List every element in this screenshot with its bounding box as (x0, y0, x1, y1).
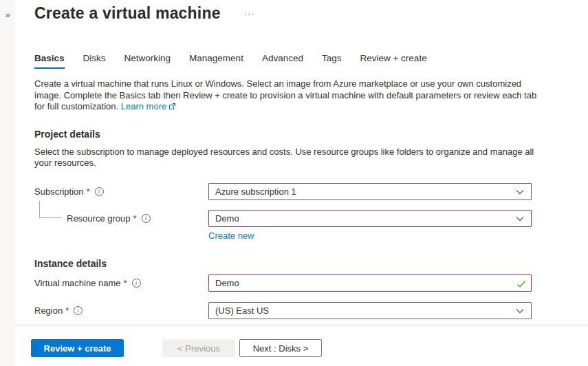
vm-name-input[interactable] (208, 274, 532, 292)
info-icon[interactable]: i (74, 306, 83, 315)
tab-disks[interactable]: Disks (83, 53, 106, 69)
region-value: (US) East US (215, 305, 269, 316)
project-details-form: Subscription * i Azure subscription 1 Re… (34, 183, 569, 241)
instance-details-form: Virtual machine name * i Region * i (US)… (34, 274, 569, 319)
instance-details-heading: Instance details (34, 258, 569, 269)
vm-name-label-cell: Virtual machine name * i (34, 278, 208, 288)
required-marker: * (65, 305, 69, 316)
subscription-value: Azure subscription 1 (215, 186, 296, 197)
required-marker: * (124, 278, 127, 288)
info-icon[interactable]: i (95, 187, 104, 196)
vm-name-label: Virtual machine name (34, 278, 121, 288)
tab-review-create[interactable]: Review + create (360, 53, 426, 69)
intro-text-body: Create a virtual machine that runs Linux… (34, 78, 536, 111)
review-create-button[interactable]: Review + create (31, 339, 124, 357)
previous-button[interactable]: < Previous (162, 339, 235, 357)
chevron-down-icon (516, 305, 524, 316)
external-link-icon (168, 102, 176, 114)
resource-group-value: Demo (215, 213, 239, 224)
region-label: Region (34, 305, 63, 316)
valid-check-icon (516, 279, 526, 291)
subscription-label: Subscription (34, 186, 84, 197)
vm-name-row: Virtual machine name * i (34, 274, 569, 292)
info-icon[interactable]: i (142, 214, 151, 223)
create-new-row: Create new (208, 230, 569, 241)
region-row: Region * i (US) East US (34, 302, 569, 319)
next-disks-button[interactable]: Next : Disks > (239, 339, 322, 357)
project-details-description: Select the subscription to manage deploy… (34, 147, 549, 169)
wizard-footer: Review + create < Previous Next : Disks … (15, 325, 588, 366)
collapsed-sidebar: » (0, 0, 15, 366)
info-icon[interactable]: i (132, 279, 141, 288)
create-vm-blade: Create a virtual machine ··· Basics Disk… (15, 0, 588, 366)
subscription-row: Subscription * i Azure subscription 1 (34, 183, 569, 200)
resource-group-label: Resource group (67, 213, 131, 224)
project-details-heading: Project details (34, 129, 569, 140)
tab-basics[interactable]: Basics (34, 53, 65, 69)
intro-text: Create a virtual machine that runs Linux… (34, 78, 545, 114)
tab-advanced[interactable]: Advanced (262, 53, 303, 69)
subscription-dropdown[interactable]: Azure subscription 1 (208, 183, 532, 200)
more-options-icon[interactable]: ··· (241, 8, 258, 19)
create-new-link[interactable]: Create new (208, 230, 254, 241)
blade-header: Create a virtual machine ··· (34, 4, 569, 23)
region-dropdown[interactable]: (US) East US (208, 302, 532, 319)
learn-more-label: Learn more (121, 101, 166, 111)
chevron-down-icon (516, 213, 524, 224)
subscription-label-cell: Subscription * i (34, 186, 208, 197)
tab-management[interactable]: Management (189, 53, 243, 69)
required-marker: * (87, 186, 90, 197)
region-label-cell: Region * i (34, 305, 208, 316)
learn-more-link[interactable]: Learn more (121, 101, 176, 111)
resource-group-dropdown[interactable]: Demo (208, 210, 532, 227)
wizard-tabs: Basics Disks Networking Management Advan… (34, 53, 569, 69)
chevron-down-icon (516, 186, 524, 197)
tree-connector-line (39, 201, 62, 218)
expand-sidebar-icon[interactable]: » (0, 10, 15, 20)
required-marker: * (133, 213, 137, 224)
tab-tags[interactable]: Tags (322, 53, 342, 69)
page-title: Create a virtual machine (34, 4, 221, 23)
resource-group-row: Resource group * i Demo (34, 210, 569, 227)
tab-networking[interactable]: Networking (124, 53, 171, 69)
